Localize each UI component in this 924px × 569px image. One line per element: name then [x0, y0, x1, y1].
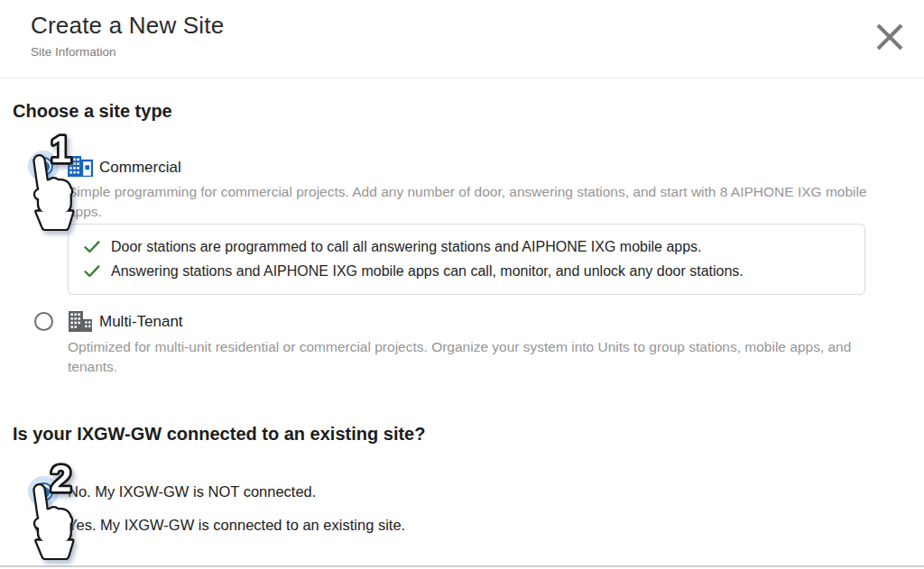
- close-icon: [873, 21, 906, 53]
- gw-not-connected-label[interactable]: No. My IXGW-GW is NOT connected.: [68, 483, 316, 500]
- multi-tenant-building-icon: [68, 311, 93, 332]
- bottom-divider: [0, 565, 924, 567]
- feature-text: Answering stations and AIPHONE IXG mobil…: [111, 259, 744, 283]
- close-button[interactable]: [873, 21, 906, 53]
- commercial-building-icon: [68, 156, 93, 177]
- commercial-label[interactable]: Commercial: [99, 159, 181, 177]
- create-site-dialog: Create a New Site Site Information Choos…: [0, 0, 924, 569]
- site-type-heading: Choose a site type: [13, 101, 172, 122]
- step-2-hand-cursor-icon: 2: [32, 459, 84, 560]
- radio-gw-connected[interactable]: [34, 516, 53, 535]
- feature-row: Answering stations and AIPHONE IXG mobil…: [82, 259, 851, 283]
- feature-row: Door stations are programmed to call all…: [82, 234, 851, 259]
- check-icon: [84, 241, 100, 253]
- feature-text: Door stations are programmed to call all…: [111, 234, 702, 259]
- multi-tenant-label[interactable]: Multi-Tenant: [99, 313, 183, 331]
- commercial-description: Simple programming for commercial projec…: [68, 182, 884, 221]
- gateway-heading: Is your IXGW-GW connected to an existing…: [13, 424, 425, 445]
- radio-multi-tenant[interactable]: [34, 312, 53, 331]
- dialog-header: Create a New Site Site Information: [0, 0, 924, 78]
- page-subtitle: Site Information: [31, 45, 116, 59]
- gw-connected-label[interactable]: Yes. My IXGW-GW is connected to an exist…: [68, 517, 405, 534]
- commercial-features-box: Door stations are programmed to call all…: [68, 224, 865, 295]
- page-title: Create a New Site: [31, 12, 224, 40]
- radio-gw-not-connected[interactable]: [34, 482, 53, 501]
- multi-tenant-description: Optimized for multi-unit residential or …: [68, 337, 884, 376]
- radio-commercial[interactable]: [34, 157, 53, 176]
- check-icon: [84, 265, 100, 278]
